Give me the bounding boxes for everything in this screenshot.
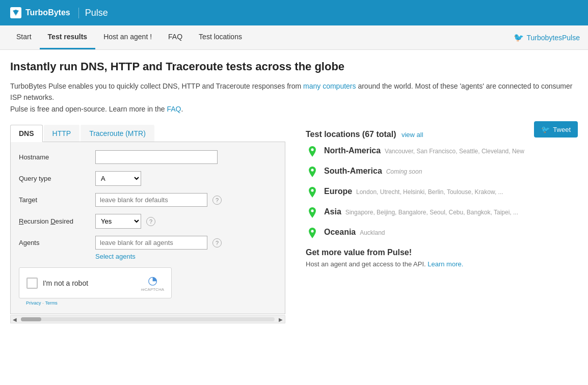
location-north-america: North-America Vancouver, San Francisco, … bbox=[306, 146, 578, 159]
many-computers-link[interactable]: many computers bbox=[303, 82, 356, 90]
nav-links: Start Test results Host an agent ! FAQ T… bbox=[8, 25, 250, 49]
tweet-icon: 🐦 bbox=[541, 125, 550, 133]
recaptcha-label: I'm not a robot bbox=[43, 279, 136, 287]
get-more-desc: Host an agent and get access to the API. bbox=[306, 260, 426, 268]
recursion-select[interactable]: Yes No bbox=[95, 214, 141, 229]
location-name-1: South-America bbox=[324, 167, 382, 175]
query-type-label: Query type bbox=[19, 175, 90, 182]
logo-text: TurboBytes bbox=[25, 8, 70, 17]
header: TurboBytes Pulse bbox=[0, 0, 588, 25]
recursion-row: Recursion Desired Yes No ? bbox=[19, 214, 277, 229]
recursion-label: Recursion Desired bbox=[19, 217, 90, 225]
recaptcha-checkbox[interactable] bbox=[26, 278, 38, 289]
pin-asia bbox=[306, 207, 319, 221]
pin-europe bbox=[306, 187, 319, 200]
location-name-4: Oceania bbox=[324, 228, 356, 236]
twitter-label: TurbobytesPulse bbox=[526, 34, 580, 42]
content-row: DNS HTTP Traceroute (MTR) Hostname bbox=[10, 125, 578, 323]
main-content: 🐦 Tweet Instantly run DNS, HTTP and Trac… bbox=[0, 50, 588, 334]
hscroll-track bbox=[21, 317, 275, 321]
nav-item-faq[interactable]: FAQ bbox=[160, 25, 191, 49]
location-south-america: South-America Coming soon bbox=[306, 167, 578, 180]
tab-http[interactable]: HTTP bbox=[44, 125, 80, 142]
recaptcha-footer: Privacy - Terms bbox=[19, 300, 277, 306]
recaptcha-logo: ◔ reCAPTCHA bbox=[141, 274, 164, 292]
svg-point-2 bbox=[311, 149, 313, 151]
learn-more-link[interactable]: Learn more. bbox=[427, 260, 463, 268]
desc-part1: TurboBytes Pulse enables you to quickly … bbox=[10, 82, 303, 90]
page-title: Instantly run DNS, HTTP and Traceroute t… bbox=[10, 60, 578, 73]
recaptcha-badge: reCAPTCHA bbox=[141, 287, 164, 292]
pin-oceania bbox=[306, 228, 319, 241]
recursion-d: D bbox=[50, 217, 55, 225]
nav: Start Test results Host an agent ! FAQ T… bbox=[0, 25, 588, 50]
tweet-button-label: Tweet bbox=[553, 126, 571, 133]
svg-point-5 bbox=[311, 210, 313, 212]
location-info-3: Asia Singapore, Beijing, Bangalore, Seou… bbox=[324, 207, 518, 216]
right-panel: Test locations (67 total) view all North… bbox=[306, 125, 578, 268]
get-more-title: Get more value from Pulse! bbox=[306, 248, 578, 257]
recaptcha-terms[interactable]: Terms bbox=[45, 300, 58, 306]
recaptcha-icon: ◔ bbox=[148, 274, 157, 287]
location-cities-2: London, Utrecht, Helsinki, Berlin, Toulo… bbox=[356, 188, 503, 196]
form-scroll[interactable]: Hostname Query type A AAAA MX NS TXT CNA… bbox=[19, 150, 277, 306]
faq-link[interactable]: FAQ bbox=[167, 105, 181, 113]
query-type-row: Query type A AAAA MX NS TXT CNAME bbox=[19, 171, 277, 186]
select-agents-link[interactable]: Select agents bbox=[95, 253, 277, 260]
nav-item-start[interactable]: Start bbox=[8, 25, 40, 49]
agents-label: Agents bbox=[19, 239, 90, 246]
locations-title-text: Test locations bbox=[306, 130, 360, 139]
tabs: DNS HTTP Traceroute (MTR) bbox=[10, 125, 285, 142]
pin-north-america bbox=[306, 146, 319, 159]
twitter-icon: 🐦 bbox=[514, 33, 524, 42]
logo: TurboBytes bbox=[10, 7, 70, 18]
desc-period: . bbox=[181, 105, 183, 113]
location-name-3: Asia bbox=[324, 207, 341, 216]
left-panel: DNS HTTP Traceroute (MTR) Hostname bbox=[10, 125, 285, 323]
nav-item-test-locations[interactable]: Test locations bbox=[191, 25, 250, 49]
recaptcha-privacy[interactable]: Privacy bbox=[26, 300, 41, 306]
get-more-section: Get more value from Pulse! Host an agent… bbox=[306, 248, 578, 268]
target-input[interactable] bbox=[95, 193, 207, 207]
target-help-icon[interactable]: ? bbox=[212, 196, 222, 205]
recursion-help-icon[interactable]: ? bbox=[146, 217, 155, 226]
view-all-link[interactable]: view all bbox=[402, 131, 423, 139]
agents-input[interactable] bbox=[95, 236, 207, 250]
hostname-label: Hostname bbox=[19, 153, 90, 161]
hscroll-right-arrow[interactable]: ▶ bbox=[277, 317, 285, 322]
location-oceania: Oceania Auckland bbox=[306, 228, 578, 241]
form-panel: Hostname Query type A AAAA MX NS TXT CNA… bbox=[10, 142, 285, 314]
location-cities-1: Coming soon bbox=[386, 168, 422, 175]
hostname-row: Hostname bbox=[19, 150, 277, 164]
nav-item-host-agent[interactable]: Host an agent ! bbox=[95, 25, 160, 49]
twitter-link[interactable]: 🐦 TurbobytesPulse bbox=[514, 33, 580, 42]
desc-part3: Pulse is free and open-source. Learn mor… bbox=[10, 105, 167, 113]
get-more-text: Host an agent and get access to the API.… bbox=[306, 260, 578, 268]
location-name-0: North-America bbox=[324, 146, 381, 155]
location-info: North-America Vancouver, San Francisco, … bbox=[324, 146, 524, 155]
nav-item-test-results[interactable]: Test results bbox=[40, 25, 96, 49]
description: TurboBytes Pulse enables you to quickly … bbox=[10, 80, 578, 115]
svg-point-6 bbox=[311, 230, 313, 233]
tweet-button[interactable]: 🐦 Tweet bbox=[534, 121, 578, 138]
tab-traceroute[interactable]: Traceroute (MTR) bbox=[81, 125, 154, 142]
locations-count: (67 total) bbox=[362, 130, 396, 139]
recaptcha-box[interactable]: I'm not a robot ◔ reCAPTCHA bbox=[19, 267, 172, 298]
agents-row: Agents ? bbox=[19, 236, 277, 250]
svg-point-3 bbox=[311, 169, 313, 172]
hscroll-left-arrow[interactable]: ◀ bbox=[11, 317, 19, 322]
location-info-2: Europe London, Utrecht, Helsinki, Berlin… bbox=[324, 187, 503, 196]
hscroll-thumb[interactable] bbox=[21, 317, 41, 321]
logo-icon bbox=[10, 7, 21, 18]
target-row: Target ? bbox=[19, 193, 277, 207]
agents-help-icon[interactable]: ? bbox=[212, 238, 222, 248]
location-cities-0: Vancouver, San Francisco, Seattle, Cleve… bbox=[385, 148, 524, 155]
horizontal-scrollbar[interactable]: ◀ ▶ bbox=[10, 315, 285, 323]
pin-south-america bbox=[306, 167, 319, 180]
location-europe: Europe London, Utrecht, Helsinki, Berlin… bbox=[306, 187, 578, 200]
tab-dns[interactable]: DNS bbox=[10, 125, 43, 142]
query-type-select[interactable]: A AAAA MX NS TXT CNAME bbox=[95, 171, 141, 186]
location-info-1: South-America Coming soon bbox=[324, 167, 422, 176]
target-label: Target bbox=[19, 196, 90, 204]
hostname-input[interactable] bbox=[95, 150, 218, 164]
